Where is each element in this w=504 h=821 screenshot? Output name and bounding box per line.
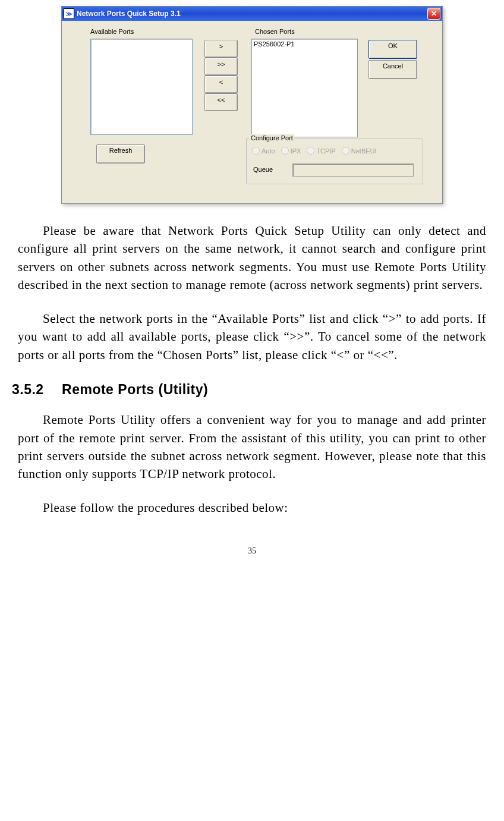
- cancel-button[interactable]: Cancel: [368, 60, 417, 79]
- refresh-button[interactable]: Refresh: [96, 144, 145, 163]
- radio-ipx[interactable]: IPX: [281, 147, 301, 155]
- dialog-body: Available Ports Chosen Ports PS256002-P1…: [62, 21, 442, 203]
- queue-label: Queue: [253, 166, 273, 173]
- app-icon: ≫: [64, 8, 74, 19]
- remove-one-button[interactable]: <: [204, 76, 238, 93]
- add-one-button[interactable]: >: [204, 40, 238, 58]
- protocol-radio-row: Auto IPX TCPIP NetBEUI: [252, 147, 377, 155]
- paragraph-3: Remote Ports Utility offers a convenient…: [18, 411, 486, 483]
- section-heading: 3.5.2 Remote Ports (Utility): [12, 382, 486, 398]
- dialog-window: ≫ Network Ports Quick Setup 3.1 ✕ Availa…: [61, 6, 443, 204]
- available-ports-label: Available Ports: [90, 28, 134, 35]
- queue-input[interactable]: [292, 163, 414, 177]
- paragraph-2: Select the network ports in the “Availab…: [18, 310, 486, 364]
- titlebar: ≫ Network Ports Quick Setup 3.1 ✕: [62, 7, 442, 21]
- radio-auto[interactable]: Auto: [252, 147, 275, 155]
- list-item[interactable]: PS256002-P1: [254, 40, 355, 48]
- available-ports-listbox[interactable]: [90, 39, 193, 135]
- remove-all-button[interactable]: <<: [204, 93, 238, 111]
- configure-port-group: [246, 139, 423, 184]
- ok-button[interactable]: OK: [368, 40, 417, 59]
- add-all-button[interactable]: >>: [204, 58, 238, 76]
- chosen-ports-listbox[interactable]: PS256002-P1: [251, 39, 358, 137]
- paragraph-1: Please be aware that Network Ports Quick…: [18, 222, 486, 294]
- close-icon[interactable]: ✕: [427, 8, 440, 20]
- chosen-ports-label: Chosen Ports: [255, 28, 295, 35]
- page-number: 35: [12, 546, 492, 556]
- paragraph-4: Please follow the procedures described b…: [18, 499, 486, 517]
- radio-tcpip[interactable]: TCPIP: [307, 147, 335, 155]
- configure-port-label: Configure Port: [250, 134, 294, 141]
- radio-netbeui[interactable]: NetBEUI: [342, 147, 377, 155]
- window-title: Network Ports Quick Setup 3.1: [77, 10, 427, 18]
